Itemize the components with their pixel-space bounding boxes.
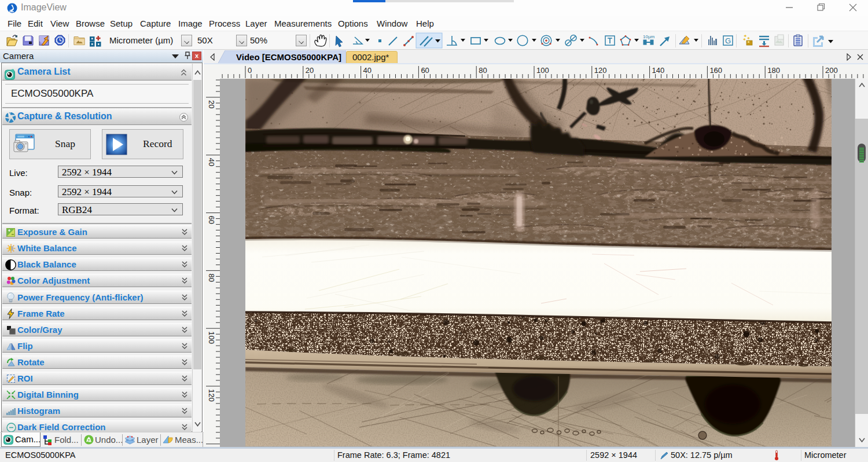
svg-text:120: 120	[207, 389, 216, 402]
svg-text:60: 60	[421, 66, 429, 75]
svg-text:40: 40	[363, 66, 372, 75]
svg-text:160: 160	[709, 66, 722, 75]
svg-text:60: 60	[207, 216, 216, 224]
svg-text:0: 0	[248, 66, 252, 75]
svg-text:G: G	[725, 36, 731, 45]
svg-text:80: 80	[207, 273, 216, 281]
svg-text:20: 20	[306, 66, 314, 75]
svg-text:10µm: 10µm	[643, 34, 655, 39]
svg-text:100: 100	[536, 66, 549, 75]
svg-text:140: 140	[652, 66, 665, 75]
svg-text:100: 100	[207, 331, 216, 344]
svg-text:200: 200	[825, 66, 838, 75]
svg-text:20: 20	[207, 100, 216, 108]
svg-text:180: 180	[767, 66, 780, 75]
svg-text:80: 80	[479, 66, 487, 75]
svg-text:120: 120	[594, 66, 607, 75]
svg-text:40: 40	[207, 158, 216, 166]
